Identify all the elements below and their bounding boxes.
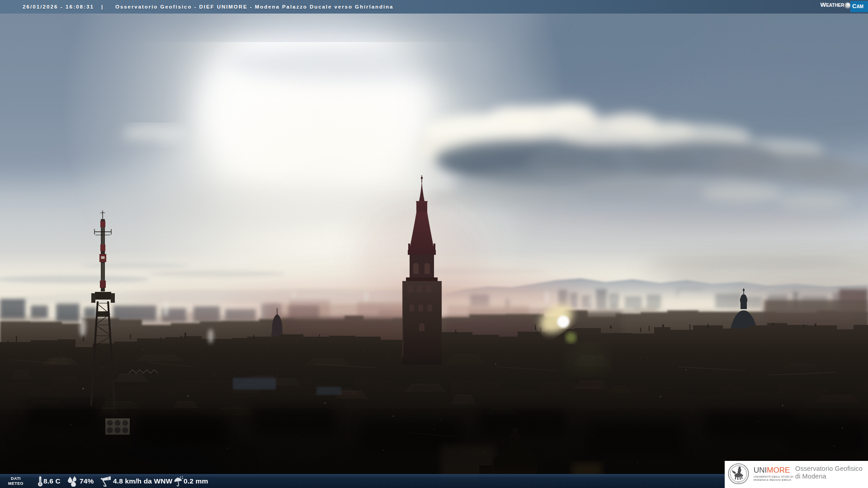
- svg-text:1175: 1175: [737, 482, 740, 483]
